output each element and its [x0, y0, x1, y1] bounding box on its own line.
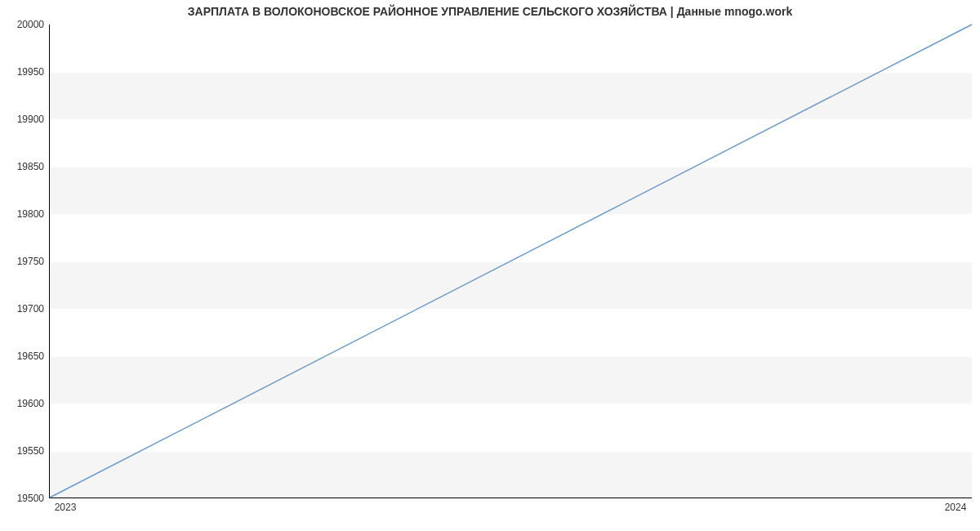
ytick-label: 19700	[5, 303, 44, 315]
data-line	[50, 25, 972, 498]
chart-title: ЗАРПЛАТА В ВОЛОКОНОВСКОЕ РАЙОННОЕ УПРАВЛ…	[0, 5, 980, 18]
ytick-label: 20000	[5, 19, 44, 30]
ytick-label: 19950	[5, 66, 44, 78]
ytick-label: 19600	[5, 398, 44, 409]
ytick-label: 19550	[5, 445, 44, 457]
ytick-label: 19900	[5, 114, 44, 125]
chart-container: ЗАРПЛАТА В ВОЛОКОНОВСКОЕ РАЙОННОЕ УПРАВЛ…	[0, 0, 980, 531]
plot-area	[49, 25, 972, 498]
xtick-label: 2024	[945, 502, 967, 513]
xtick-label: 2023	[55, 502, 77, 513]
ytick-label: 19850	[5, 161, 44, 172]
svg-line-0	[50, 25, 972, 498]
ytick-label: 19500	[5, 493, 44, 504]
ytick-label: 19750	[5, 256, 44, 267]
ytick-label: 19650	[5, 350, 44, 362]
ytick-label: 19800	[5, 208, 44, 220]
